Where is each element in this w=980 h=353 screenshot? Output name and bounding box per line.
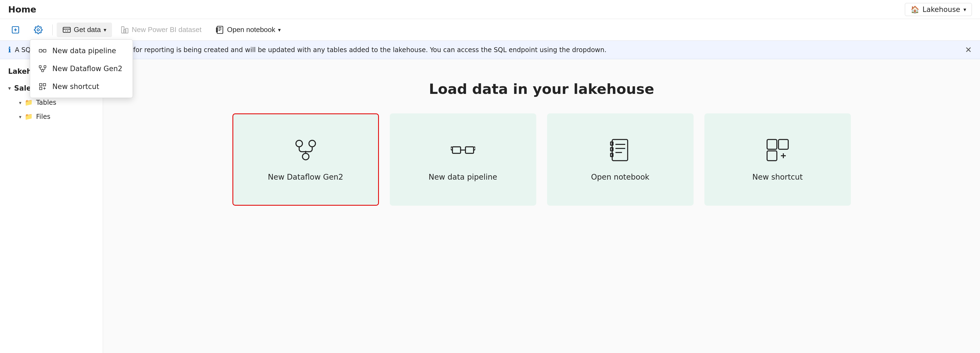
svg-rect-9 (43, 49, 46, 52)
open-notebook-label: Open notebook (227, 25, 275, 34)
chevron-down-icon: ▾ (964, 6, 966, 13)
svg-rect-8 (39, 49, 42, 52)
title-bar-left: Home (8, 4, 37, 15)
card-dataflow-icon (293, 138, 318, 166)
svg-rect-25 (767, 140, 777, 149)
settings-button[interactable] (28, 22, 48, 37)
svg-point-1 (37, 29, 39, 31)
new-power-bi-label: New Power BI dataset (132, 25, 202, 34)
dropdown-item-shortcut[interactable]: New shortcut (30, 78, 133, 95)
tables-chevron: ▾ (19, 100, 21, 105)
notification-bar: ℹ A SQL endpoint and default dataset for… (0, 41, 980, 59)
svg-point-15 (302, 153, 309, 160)
svg-rect-27 (767, 151, 777, 161)
folder-files-icon: 📁 (25, 113, 33, 121)
svg-rect-26 (778, 140, 788, 149)
dropdown-shortcut-label: New shortcut (52, 83, 99, 91)
svg-point-14 (309, 140, 315, 147)
svg-rect-10 (39, 66, 41, 68)
main-layout: Lakehouse ▾ SalesLakehouse ▾ 📁 Tables ▾ … (0, 59, 980, 353)
card-pipeline-label: New data pipeline (429, 173, 497, 181)
svg-rect-2 (63, 27, 70, 32)
open-notebook-button[interactable]: Open notebook ▾ (210, 22, 286, 37)
workspace-label: Lakehouse (923, 5, 960, 14)
toolbar: Get data ▾ New Power BI dataset Open not… (0, 19, 980, 41)
get-data-button[interactable]: Get data ▾ (57, 22, 112, 37)
svg-rect-18 (612, 140, 628, 161)
card-pipeline-icon (451, 138, 475, 166)
power-bi-icon (121, 25, 129, 34)
svg-point-13 (296, 140, 302, 147)
card-shortcut-label: New shortcut (752, 173, 803, 181)
info-icon: ℹ (8, 45, 11, 54)
cards-row: New Dataflow Gen2 New data pipeline (232, 113, 851, 206)
new-icon (11, 25, 20, 34)
card-dataflow[interactable]: New Dataflow Gen2 (232, 113, 379, 206)
dropdown-item-dataflow[interactable]: New Dataflow Gen2 (30, 60, 133, 78)
files-chevron: ▾ (19, 114, 21, 120)
files-label: Files (36, 113, 51, 121)
dropdown-item-pipeline[interactable]: New data pipeline (30, 42, 133, 60)
card-shortcut-icon (765, 138, 790, 166)
notification-close-button[interactable]: ✕ (965, 45, 972, 54)
new-power-bi-button[interactable]: New Power BI dataset (115, 22, 207, 37)
card-notebook-label: Open notebook (591, 173, 649, 181)
dataflow-icon (38, 65, 48, 73)
page-title: Home (8, 4, 37, 15)
content-title: Load data in your lakehouse (429, 81, 654, 97)
shortcut-menu-icon (38, 83, 48, 91)
workspace-icon: 🏠 (910, 5, 919, 14)
sidebar-item-files[interactable]: ▾ 📁 Files (0, 110, 103, 124)
title-bar: Home 🏠 Lakehouse ▾ (0, 0, 980, 19)
card-pipeline[interactable]: New data pipeline (390, 113, 536, 206)
card-notebook-icon (608, 138, 633, 166)
folder-icon: 📁 (25, 99, 33, 107)
dropdown-dataflow-label: New Dataflow Gen2 (52, 65, 123, 73)
get-data-chevron: ▾ (103, 27, 106, 33)
svg-rect-17 (465, 147, 474, 153)
settings-icon (34, 25, 43, 34)
workspace-switcher[interactable]: 🏠 Lakehouse ▾ (905, 3, 972, 16)
tables-label: Tables (36, 99, 56, 107)
get-data-label: Get data (74, 25, 101, 34)
svg-rect-16 (452, 147, 461, 153)
svg-rect-6 (217, 26, 223, 33)
content-area: Load data in your lakehouse New Dataflow… (103, 59, 980, 353)
sidebar-chevron-down: ▾ (8, 85, 11, 91)
get-data-dropdown: New data pipeline New Dataflow Gen2 (30, 39, 133, 98)
pipeline-icon (38, 47, 48, 55)
sidebar: Lakehouse ▾ SalesLakehouse ▾ 📁 Tables ▾ … (0, 59, 103, 353)
dropdown-pipeline-label: New data pipeline (52, 47, 116, 55)
get-data-icon (62, 25, 71, 34)
card-shortcut[interactable]: New shortcut (705, 113, 851, 206)
open-notebook-chevron: ▾ (278, 27, 281, 33)
card-dataflow-label: New Dataflow Gen2 (268, 173, 344, 181)
card-notebook[interactable]: Open notebook (547, 113, 694, 206)
new-button[interactable] (5, 22, 25, 37)
svg-rect-11 (44, 66, 46, 68)
notebook-icon (216, 25, 224, 34)
